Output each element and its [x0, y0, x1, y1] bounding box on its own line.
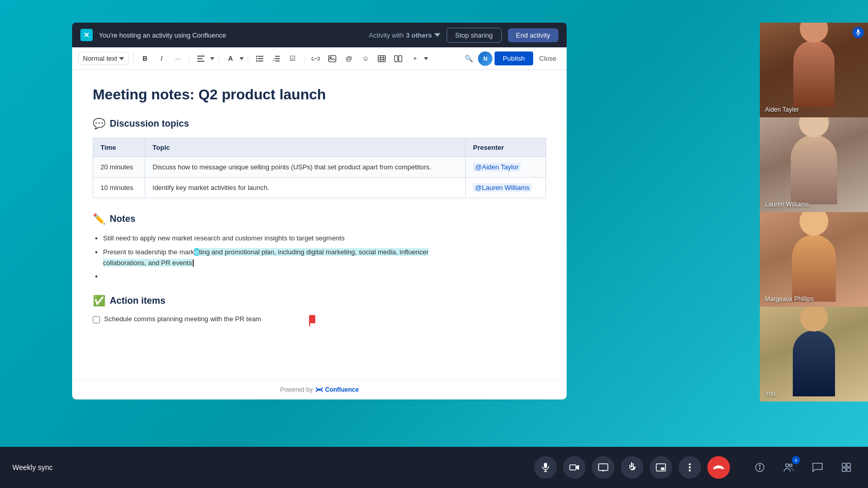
publish-button[interactable]: Publish: [495, 51, 533, 65]
user-avatar: N: [478, 51, 492, 66]
more-plus-button[interactable]: +: [407, 51, 422, 66]
discussion-table: Time Topic Presenter 20 minutes Discuss …: [93, 138, 546, 198]
close-button[interactable]: Close: [535, 51, 560, 65]
link-button[interactable]: [309, 51, 323, 66]
info-button[interactable]: [751, 458, 769, 477]
stop-sharing-button[interactable]: Stop sharing: [447, 28, 502, 43]
table-cell-topic-2: Identify key market activities for launc…: [145, 178, 466, 198]
checklist-button[interactable]: ☑: [285, 51, 300, 66]
confluence-logo-icon: [316, 386, 323, 393]
chevron-down-icon: [434, 32, 440, 38]
table-button[interactable]: [375, 51, 389, 66]
toolbar-divider-1: [133, 54, 133, 64]
svg-rect-33: [661, 467, 665, 470]
checkbox-item: Schedule comms planning meeting with the…: [93, 315, 546, 323]
video-panel: Aiden Tayler Lauren Williams Margeaux Ph…: [760, 23, 868, 402]
end-activity-button[interactable]: End activity: [508, 28, 558, 42]
table-cell-presenter-1: @Aiden Taylor: [466, 157, 546, 178]
camera-button[interactable]: [563, 456, 586, 479]
layout-icon: [394, 55, 402, 62]
svg-rect-22: [857, 29, 859, 33]
svg-rect-15: [378, 56, 385, 62]
bullet-list-button[interactable]: [252, 51, 267, 66]
align-icon: [197, 56, 205, 62]
pip-button[interactable]: [650, 456, 672, 479]
notes-list: Still need to apply new market research …: [93, 233, 546, 282]
list-item: Present to leadership the marketing and …: [103, 247, 546, 269]
more-formatting-button[interactable]: ···: [171, 51, 185, 66]
main-editor-container: ✕ You're hosting an activity using Confl…: [72, 23, 567, 399]
video-tile-aiden: Aiden Tayler: [760, 23, 868, 117]
layout-button[interactable]: [391, 51, 405, 66]
text-color-button[interactable]: A: [223, 51, 237, 66]
camera-icon: [569, 464, 580, 471]
screen-share-icon: [598, 463, 608, 472]
aiden-name: Aiden Tayler: [765, 106, 799, 113]
discussion-heading-text: Discussion topics: [110, 118, 189, 129]
checkbox-label: Schedule comms planning meeting with the…: [104, 315, 261, 323]
margeaux-name: Margeaux Phillips: [765, 295, 814, 303]
italic-button[interactable]: I: [154, 51, 168, 66]
table-cell-topic-1: Discuss how to message unique selling po…: [145, 157, 466, 178]
svg-rect-29: [599, 464, 608, 470]
search-button[interactable]: 🔍: [462, 51, 476, 66]
call-controls: [534, 456, 730, 479]
discussion-icon: 💬: [93, 117, 106, 130]
activity-bar: ✕ You're hosting an activity using Confl…: [72, 23, 567, 47]
text-style-label: Normal text: [83, 55, 117, 62]
bold-button[interactable]: B: [138, 51, 152, 66]
toolbar-divider-3: [218, 54, 219, 64]
svg-rect-8: [258, 60, 263, 61]
emoji-button[interactable]: ☺: [358, 51, 372, 66]
chat-button[interactable]: [808, 458, 827, 477]
people-button[interactable]: 4: [779, 458, 798, 477]
hosting-text: You're hosting an activity using Conflue…: [99, 31, 363, 39]
text-style-select[interactable]: Normal text: [78, 52, 129, 65]
aiden-mic-icon: [853, 27, 864, 38]
svg-rect-0: [197, 56, 205, 57]
grid-view-button[interactable]: [837, 458, 856, 477]
svg-point-35: [689, 466, 691, 468]
mic-button-icon: [541, 463, 550, 472]
table-row: 10 minutes Identify key market activitie…: [93, 178, 546, 198]
svg-rect-28: [570, 465, 576, 470]
toolbar-divider-5: [304, 54, 304, 64]
numbered-list-button[interactable]: 1.: [269, 51, 283, 66]
notes-section: ✏️ Notes Still need to apply new market …: [93, 213, 546, 282]
svg-rect-43: [847, 463, 850, 467]
end-call-button[interactable]: [707, 456, 730, 479]
align-button[interactable]: [194, 51, 208, 66]
mention-aiden[interactable]: @Aiden Taylor: [473, 163, 521, 171]
note-1-text: Still need to apply new market research …: [103, 234, 345, 242]
call-meeting-name: Weekly sync: [12, 463, 534, 472]
powered-by-text: Powered by: [280, 386, 313, 393]
svg-point-39: [759, 465, 760, 466]
svg-rect-21: [399, 56, 402, 62]
call-right-controls: 4: [730, 458, 856, 477]
mention-lauren[interactable]: @Lauren Williams: [473, 183, 532, 192]
screen-share-button[interactable]: [592, 456, 615, 479]
image-button[interactable]: [325, 51, 339, 66]
mention-button[interactable]: @: [342, 51, 356, 66]
table-row: 20 minutes Discuss how to message unique…: [93, 157, 546, 178]
svg-point-36: [689, 469, 691, 472]
notes-heading-text: Notes: [110, 214, 135, 224]
table-header-topic: Topic: [145, 138, 466, 157]
link-icon: [312, 56, 320, 61]
checkbox-input[interactable]: [93, 316, 100, 323]
table-icon: [378, 55, 386, 62]
activity-with-button[interactable]: Activity with 3 others: [369, 31, 440, 39]
editor-toolbar: Normal text B I ··· A 1.: [72, 47, 567, 70]
info-icon: [755, 463, 764, 472]
table-cell-time-1: 20 minutes: [93, 157, 145, 178]
list-item: Still need to apply new market research …: [103, 233, 546, 244]
raise-hand-button[interactable]: [621, 456, 643, 479]
list-item: [103, 271, 546, 282]
action-items-heading: ✅ Action items: [93, 294, 546, 307]
video-tile-lauren: Lauren Williams: [760, 117, 868, 212]
mic-active-icon: [856, 29, 861, 36]
table-cell-presenter-2: @Lauren Williams: [466, 178, 546, 198]
svg-rect-42: [842, 463, 846, 467]
mic-button[interactable]: [534, 456, 557, 479]
more-options-button[interactable]: [678, 456, 701, 479]
